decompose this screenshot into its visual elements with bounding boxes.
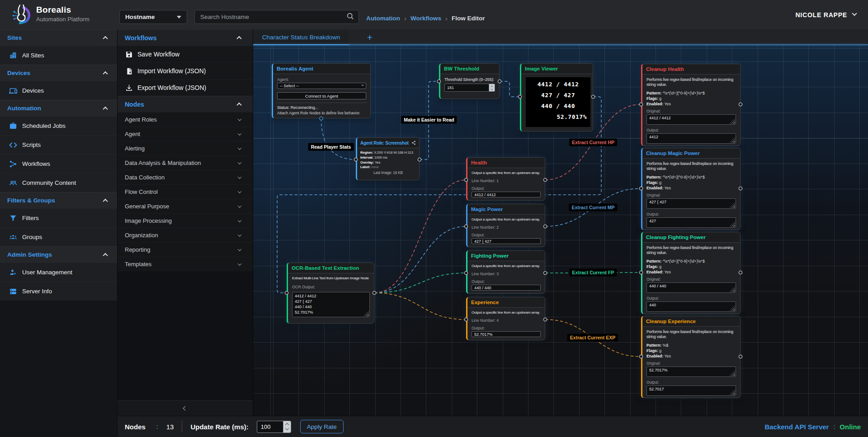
workflow-panel: WorkflowsSave WorkflowImport Workflow (J… [118, 29, 253, 416]
node-category-image-processing[interactable]: Image Processing [118, 213, 253, 228]
people-icon [9, 179, 18, 187]
main-sidebar: SitesAll SitesDevicesDevicesAutomationSc… [0, 29, 118, 437]
node-port[interactable] [739, 103, 742, 106]
canvas-top-glow [253, 44, 868, 45]
nodes-count-value: 13 [166, 423, 174, 431]
hostname-search[interactable] [194, 10, 359, 24]
edge-label[interactable]: Make it Easier to Read [401, 116, 457, 124]
sidebar-item-workflows[interactable]: Workflows [0, 154, 117, 173]
chevron-down-icon [238, 189, 241, 193]
spinner-buttons[interactable] [283, 421, 291, 432]
node-category-agent-roles[interactable]: Agent Roles [118, 112, 253, 127]
node-port[interactable] [543, 318, 547, 321]
node-port[interactable] [543, 271, 547, 274]
nodes-count-label: Nodes [125, 423, 146, 431]
breadcrumb: Automation › Workflows › Flow Editor [366, 0, 485, 29]
sidebar-section-admin-settings[interactable]: Admin Settings [0, 246, 117, 263]
app-header: Borealis Automation Platform Hostname Au… [0, 0, 868, 29]
node-port[interactable] [739, 355, 742, 358]
node-port[interactable] [464, 225, 467, 228]
search-icon[interactable] [346, 12, 354, 22]
node-category-data-analysis-manipulation[interactable]: Data Analysis & Manipulation [118, 155, 253, 170]
node-port[interactable] [639, 271, 642, 274]
breadcrumb-workflows[interactable]: Workflows [410, 15, 441, 22]
hostname-select[interactable]: Hostname [119, 10, 187, 24]
chevron-left-icon [183, 406, 188, 411]
code-icon [9, 141, 18, 149]
sidebar-section-devices[interactable]: Devices [0, 65, 117, 81]
edge-label[interactable]: Extract Current FP [570, 269, 617, 277]
sidebar-item-devices[interactable]: Devices [0, 81, 117, 100]
update-rate-label: Update Rate (ms): [190, 423, 248, 431]
node-port[interactable] [354, 158, 357, 161]
node-port[interactable] [591, 95, 594, 98]
colon: : [156, 423, 158, 430]
backend-status: Online [840, 423, 861, 431]
tab-character-status-breakdown[interactable]: Character Status Breakdown [253, 29, 349, 45]
update-rate-input[interactable]: 100 [257, 421, 291, 433]
node-category-flow-control[interactable]: Flow Control [118, 184, 253, 199]
sidebar-item-server-info[interactable]: Server Info [0, 282, 117, 301]
sidebar-item-groups[interactable]: Groups [0, 227, 117, 246]
node-category-reporting[interactable]: Reporting [118, 242, 253, 257]
user-gear-icon [9, 268, 18, 277]
import-workflow-json--button[interactable]: Import Workflow (JSON) [118, 62, 253, 79]
chevron-down-icon [852, 10, 857, 15]
edge-label[interactable]: Extract Current MP [569, 204, 617, 211]
add-tab-button[interactable]: + [360, 29, 379, 45]
breadcrumb-automation[interactable]: Automation [366, 15, 400, 22]
node-port[interactable] [418, 158, 421, 161]
edge-label[interactable]: Extract Current HP [569, 139, 617, 146]
node-port[interactable] [543, 178, 547, 181]
apply-rate-button[interactable]: Apply Rate [300, 420, 344, 433]
panel-collapse-button[interactable] [118, 400, 253, 416]
filter-icon [9, 214, 18, 222]
node-port[interactable] [464, 271, 467, 274]
chevron-down-icon [238, 204, 241, 207]
chevron-down-icon [238, 262, 241, 265]
plus-icon: + [367, 32, 373, 43]
panel-section-nodes[interactable]: Nodes [118, 96, 253, 112]
node-port[interactable] [543, 225, 547, 228]
node-category-organization[interactable]: Organization [118, 228, 253, 242]
node-port[interactable] [639, 187, 642, 190]
node-port[interactable] [518, 95, 521, 98]
node-category-alerting[interactable]: Alerting [118, 141, 253, 155]
flow-canvas[interactable]: Borealis Agent Agent: -- Select -- Conne… [253, 45, 868, 416]
node-port[interactable] [498, 80, 501, 83]
node-category-general-purpose[interactable]: General Purpose [118, 199, 253, 213]
search-input[interactable] [200, 14, 346, 20]
sidebar-item-scheduled-jobs[interactable]: Scheduled Jobs [0, 116, 117, 135]
node-port[interactable] [437, 80, 440, 83]
sidebar-section-filters-groups[interactable]: Filters & Groups [0, 192, 117, 208]
sidebar-section-sites[interactable]: Sites [0, 29, 117, 46]
node-port[interactable] [464, 318, 467, 321]
edge-label[interactable]: Extract Current EXP [567, 334, 618, 342]
node-port[interactable] [285, 291, 288, 294]
panel-section-workflows[interactable]: Workflows [118, 29, 253, 46]
node-port[interactable] [373, 291, 376, 294]
save-workflow-button[interactable]: Save Workflow [118, 46, 253, 62]
node-category-agent[interactable]: Agent [118, 127, 253, 141]
sidebar-item-community-content[interactable]: Community Content [0, 173, 117, 192]
node-port[interactable] [464, 178, 467, 181]
sidebar-item-all-sites[interactable]: All Sites [0, 46, 117, 65]
node-port[interactable] [320, 117, 323, 120]
edge-label[interactable]: Read Player Stats [308, 143, 354, 151]
node-port[interactable] [739, 271, 742, 274]
node-category-data-collection[interactable]: Data Collection [118, 170, 253, 184]
sidebar-item-scripts[interactable]: Scripts [0, 135, 117, 154]
sidebar-section-automation[interactable]: Automation [0, 100, 117, 116]
chevron-down-icon [238, 218, 241, 222]
node-port[interactable] [739, 187, 742, 190]
sidebar-item-user-management[interactable]: User Management [0, 263, 117, 282]
chevron-down-icon [238, 175, 241, 179]
chevron-up-icon [103, 198, 108, 203]
node-port[interactable] [639, 355, 642, 358]
select-caret-icon [177, 16, 181, 19]
node-category-templates[interactable]: Templates [118, 257, 253, 271]
user-menu[interactable]: NICOLE RAPPE [795, 0, 856, 29]
node-port[interactable] [639, 103, 642, 106]
export-workflow-json--button[interactable]: Export Workflow (JSON) [118, 79, 253, 96]
sidebar-item-filters[interactable]: Filters [0, 208, 117, 227]
